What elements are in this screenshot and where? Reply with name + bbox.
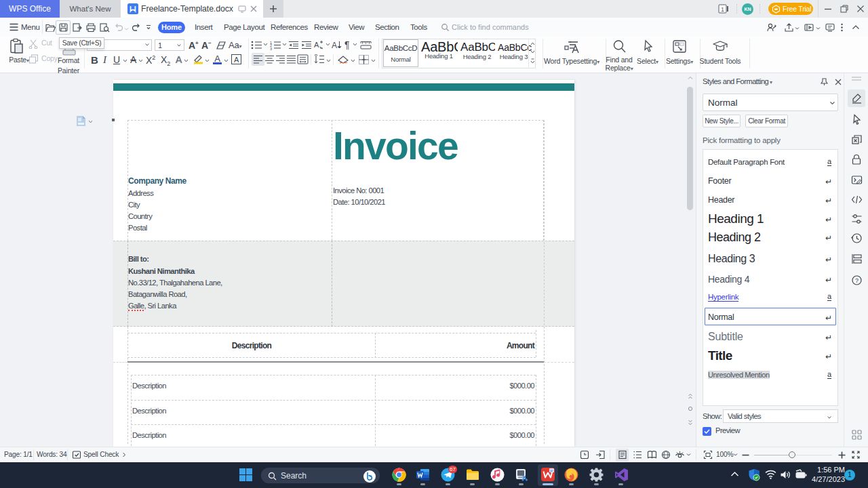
svg-text:?: ? bbox=[855, 277, 859, 284]
svg-text:A: A bbox=[332, 41, 337, 50]
svg-text:A: A bbox=[314, 41, 319, 49]
svg-text:1: 1 bbox=[721, 6, 724, 13]
svg-text:3: 3 bbox=[270, 47, 272, 51]
